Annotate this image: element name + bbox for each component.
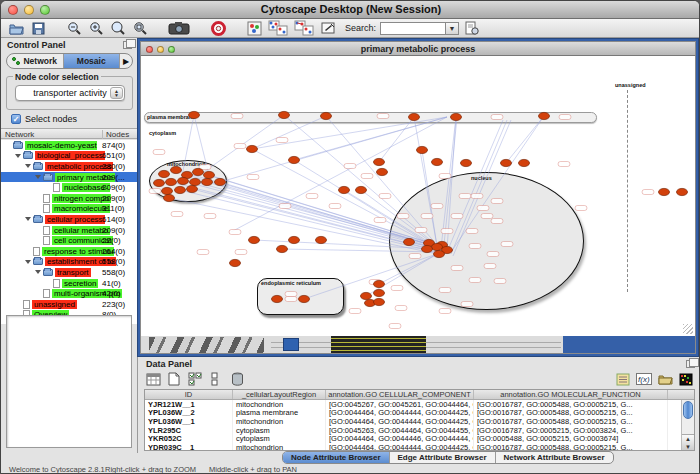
disclosure-triangle-icon[interactable] (35, 270, 41, 274)
network-node[interactable] (339, 186, 350, 193)
function-builder-icon[interactable]: f(x) (635, 371, 653, 388)
zoom-out-icon[interactable] (65, 20, 83, 37)
node-color-select[interactable]: transporter activity ▲▼ (15, 85, 125, 101)
network-node[interactable] (374, 158, 385, 165)
tree-row[interactable]: cellular process614(0) (1, 214, 138, 225)
zoom-fit-icon[interactable] (131, 20, 149, 37)
tab-node-attribute-browser[interactable]: Node Attribute Browser (283, 452, 390, 463)
table-row[interactable]: YLR295Ccytoplasm[GO:0045263, GO:0044464,… (145, 426, 694, 435)
network-node[interactable] (434, 250, 445, 257)
network-node[interactable] (249, 236, 260, 243)
network-node[interactable] (374, 280, 385, 287)
tree-row[interactable]: multi-organism pro42(0) (1, 288, 138, 299)
tab-edge-attribute-browser[interactable]: Edge Attribute Browser (390, 452, 496, 463)
tree-row[interactable]: transport558(0) (1, 267, 138, 278)
network-edge[interactable] (451, 116, 544, 252)
table-row[interactable]: YPL036W__1mitochondrion[GO:0044464, GO:0… (145, 417, 694, 426)
network-node[interactable] (204, 171, 215, 178)
tree-row[interactable]: response to stimulu264(0) (1, 246, 138, 257)
disclosure-triangle-icon[interactable] (25, 164, 31, 168)
network-edge[interactable] (304, 254, 437, 299)
network-node[interactable] (299, 295, 310, 302)
scrollbar-thumb[interactable] (683, 401, 693, 419)
network-edge[interactable] (294, 160, 433, 246)
network-node[interactable] (279, 111, 290, 118)
tree-row[interactable]: cell communicat22(0) (1, 235, 138, 246)
title-bar[interactable]: Cytoscape Desktop (New Session) (1, 1, 700, 19)
table-scrollbar[interactable]: ▲▼ (681, 400, 694, 450)
tree-row[interactable]: macromolecule311(0) (1, 204, 138, 215)
network-node[interactable] (159, 170, 170, 177)
network-edge[interactable] (252, 116, 326, 149)
network-edge[interactable] (451, 120, 507, 254)
tree-header[interactable]: Network Nodes (1, 128, 138, 139)
tree-row[interactable]: primary metabo209(... (1, 172, 138, 183)
table-row[interactable]: YDR039C__1mitochondrion[GO:0044464, GO:0… (145, 443, 694, 451)
search-input[interactable] (380, 22, 446, 35)
network-node[interactable] (175, 186, 186, 193)
delete-attribute-icon[interactable] (228, 371, 246, 388)
network-edge[interactable] (379, 117, 414, 162)
select-nodes-checkbox[interactable]: ✓ (11, 114, 21, 124)
network-node[interactable] (374, 289, 385, 296)
matrix-icon[interactable] (677, 371, 695, 388)
network-node[interactable] (321, 112, 332, 119)
tree-row[interactable]: nucleobase-209(0) (1, 182, 138, 193)
annotation-icon[interactable] (319, 20, 337, 37)
tabs-overflow-arrow[interactable]: ▶ (120, 54, 132, 68)
network-node[interactable] (272, 295, 283, 302)
network-node[interactable] (356, 186, 367, 193)
network-node[interactable] (202, 178, 213, 185)
zoom-selected-icon[interactable] (109, 20, 127, 37)
tree-row[interactable]: cellular metabo209(0) (1, 225, 138, 236)
tab-network-attribute-browser[interactable]: Network Attribute Browser (496, 452, 613, 463)
network-node[interactable] (417, 146, 428, 153)
table-row[interactable]: YJR121W__1mitochondrion[GO:0045267, GO:0… (145, 400, 694, 409)
network-node[interactable] (230, 259, 241, 266)
zoom-in-icon[interactable] (87, 20, 105, 37)
network-edge[interactable] (506, 116, 544, 163)
birdseye-view[interactable] (6, 315, 132, 448)
network-edge[interactable] (453, 120, 511, 256)
network-node[interactable] (361, 292, 372, 299)
network-node[interactable] (461, 159, 472, 166)
network-node[interactable] (316, 236, 327, 243)
disclosure-triangle-icon[interactable] (35, 175, 41, 179)
search-dropdown-arrow[interactable]: ▼ (446, 22, 459, 35)
network-node[interactable] (374, 298, 385, 305)
notes-icon[interactable] (614, 371, 632, 388)
network-node[interactable] (501, 159, 512, 166)
network-node[interactable] (187, 185, 198, 192)
save-icon[interactable] (29, 20, 47, 37)
help-icon[interactable] (209, 20, 227, 37)
table-row[interactable]: YKR052Ccytoplasm[GO:0044464, GO:0044446,… (145, 434, 694, 443)
disclosure-triangle-icon[interactable] (15, 154, 21, 158)
tree-row[interactable]: nitrogen compo209(0) (1, 193, 138, 204)
tree-row[interactable]: establishment of lo558(0) (1, 257, 138, 268)
network-node[interactable] (289, 236, 300, 243)
float-panel-icon[interactable] (123, 41, 132, 49)
snapshot-icon[interactable] (167, 20, 191, 37)
unselect-attributes-icon[interactable] (207, 371, 225, 388)
network-node[interactable] (377, 168, 388, 175)
tab-mosaic[interactable]: Mosaic (64, 54, 121, 68)
network-node[interactable] (432, 243, 443, 250)
new-attribute-icon[interactable] (165, 371, 183, 388)
tree-row[interactable]: secretion41(0) (1, 278, 138, 289)
tree-row[interactable]: biological_process651(0) (1, 151, 138, 162)
tree-row[interactable]: mosaic-demo-yeast874(0) (1, 140, 138, 151)
network-node[interactable] (171, 166, 182, 173)
disclosure-triangle-icon[interactable] (25, 260, 31, 264)
network-node[interactable] (659, 188, 670, 195)
network-node[interactable] (289, 156, 300, 163)
scrollbar-arrows[interactable]: ▲▼ (682, 434, 694, 450)
network-node[interactable] (189, 111, 200, 118)
network-node[interactable] (164, 194, 175, 201)
network-node[interactable] (190, 178, 201, 185)
vizmapper-icon[interactable] (245, 20, 263, 37)
network-node[interactable] (193, 168, 204, 175)
network-canvas[interactable]: plasma membrane cytoplasm mitochondrion … (140, 56, 696, 336)
network-node[interactable] (539, 112, 550, 119)
network-node[interactable] (162, 187, 173, 194)
attribute-table-header[interactable]: ID _cellularLayoutRegion annotation.GO C… (145, 390, 694, 400)
